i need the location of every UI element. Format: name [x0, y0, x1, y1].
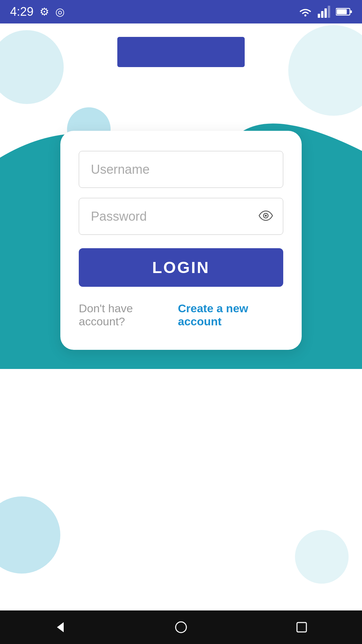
svg-rect-7 [350, 10, 352, 13]
password-wrapper [79, 198, 283, 235]
username-input[interactable] [79, 151, 283, 188]
svg-rect-2 [321, 11, 323, 18]
svg-point-0 [304, 14, 306, 16]
signup-row: Don't have account? Create a new account [79, 302, 283, 328]
back-button[interactable] [47, 614, 74, 641]
svg-rect-6 [337, 9, 347, 14]
status-right [298, 6, 352, 18]
svg-rect-13 [297, 623, 306, 632]
deco-circle-br [295, 530, 349, 584]
svg-point-10 [265, 215, 267, 217]
login-card: LOGIN Don't have account? Create a new a… [60, 131, 302, 350]
deco-circle-bl [0, 496, 60, 574]
show-password-icon[interactable] [258, 208, 273, 224]
svg-rect-4 [328, 6, 330, 18]
status-time: 4:29 [10, 5, 34, 19]
deco-circle-tl [0, 30, 64, 104]
status-left: 4:29 ⚙ ◎ [10, 5, 65, 19]
svg-marker-11 [57, 622, 64, 632]
recent-button[interactable] [288, 614, 315, 641]
create-account-link[interactable]: Create a new account [178, 302, 283, 328]
signal-icon [318, 6, 330, 18]
svg-rect-3 [324, 8, 327, 18]
svg-rect-1 [318, 14, 320, 18]
battery-icon [336, 7, 352, 16]
navigation-bar [0, 610, 362, 644]
at-icon: ◎ [55, 5, 65, 18]
svg-point-12 [176, 622, 186, 633]
settings-icon: ⚙ [40, 5, 49, 18]
login-button[interactable]: LOGIN [79, 248, 283, 287]
password-input[interactable] [79, 198, 283, 235]
no-account-text: Don't have account? [79, 302, 172, 328]
app-logo [117, 37, 245, 67]
status-bar: 4:29 ⚙ ◎ [0, 0, 362, 23]
deco-circle-tr [288, 25, 362, 116]
home-button[interactable] [168, 614, 194, 641]
wifi-icon [298, 6, 312, 17]
